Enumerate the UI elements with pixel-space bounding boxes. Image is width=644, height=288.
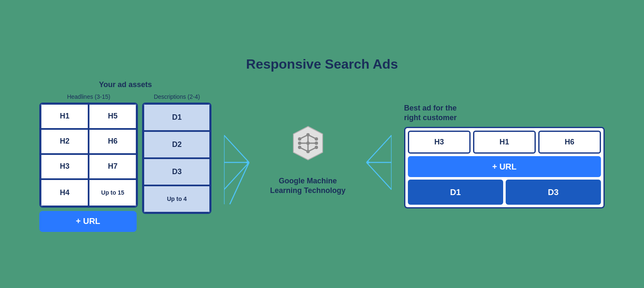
best-headline-h3: H3 bbox=[408, 131, 471, 154]
descriptions-label: Descriptions (2-4) bbox=[142, 93, 211, 100]
desc-upto4: Up to 4 bbox=[143, 185, 210, 213]
left-connector bbox=[224, 121, 257, 204]
headlines-section: Headlines (3-15) H1 H5 H2 H6 H3 H7 bbox=[39, 93, 138, 232]
svg-point-18 bbox=[298, 146, 301, 149]
svg-point-19 bbox=[315, 146, 318, 149]
left-connector-svg bbox=[224, 121, 257, 204]
best-ad-label: Best ad for theright customer bbox=[404, 103, 457, 123]
desc-d3: D3 bbox=[143, 158, 210, 185]
best-ad-content: H3 H1 H6 + URL D1 D3 bbox=[404, 127, 605, 208]
best-headline-h6: H6 bbox=[538, 131, 601, 154]
svg-point-20 bbox=[306, 133, 310, 136]
best-url-bar: + URL bbox=[408, 156, 601, 177]
best-descriptions: D1 D3 bbox=[408, 180, 601, 205]
svg-marker-27 bbox=[367, 161, 371, 164]
content-row: Your ad assets Headlines (3-15) H1 H5 H2… bbox=[30, 80, 615, 232]
desc-d2: D2 bbox=[143, 131, 210, 158]
brain-section: Google Machine Learning Technology bbox=[270, 124, 346, 195]
headline-h4: H4 bbox=[41, 179, 89, 206]
left-url-bar: + URL bbox=[39, 211, 137, 232]
headline-h3: H3 bbox=[41, 154, 89, 179]
svg-point-15 bbox=[315, 137, 318, 141]
best-ad-section: Best ad for theright customer H3 H1 H6 +… bbox=[404, 103, 605, 209]
h-row-4: H4 Up to 15 bbox=[41, 179, 137, 206]
svg-line-23 bbox=[367, 135, 392, 162]
svg-point-21 bbox=[306, 141, 310, 145]
descriptions-section: Descriptions (2-4) D1 D2 D3 Up to 4 bbox=[142, 93, 211, 214]
descriptions-grid: D1 D2 D3 Up to 4 bbox=[142, 103, 211, 214]
best-desc-d3: D3 bbox=[506, 180, 601, 205]
ad-assets-section: Your ad assets Headlines (3-15) H1 H5 H2… bbox=[39, 80, 211, 232]
main-container: Responsive Search Ads Your ad assets Hea… bbox=[30, 57, 615, 232]
headline-h1: H1 bbox=[41, 104, 89, 129]
desc-d1: D1 bbox=[143, 104, 210, 131]
svg-marker-5 bbox=[245, 161, 248, 164]
headline-h2: H2 bbox=[41, 129, 89, 154]
svg-line-3 bbox=[224, 162, 249, 204]
svg-point-22 bbox=[306, 150, 310, 153]
ad-assets-label: Your ad assets bbox=[99, 80, 152, 89]
headlines-grid: H1 H5 H2 H6 H3 H7 H4 Up bbox=[39, 103, 138, 208]
headlines-label: Headlines (3-15) bbox=[39, 93, 138, 100]
headline-h5: H5 bbox=[89, 104, 137, 129]
headline-h6: H6 bbox=[89, 129, 137, 154]
svg-line-2 bbox=[224, 162, 249, 190]
brain-label: Google Machine Learning Technology bbox=[270, 166, 346, 195]
best-headline-h1: H1 bbox=[473, 131, 536, 154]
best-ad-headlines: H3 H1 H6 bbox=[408, 131, 601, 154]
h-row-3: H3 H7 bbox=[41, 154, 137, 179]
svg-point-16 bbox=[298, 141, 301, 145]
svg-line-25 bbox=[367, 162, 392, 190]
headline-h7: H7 bbox=[89, 154, 137, 179]
svg-point-17 bbox=[315, 141, 318, 145]
h-row-1: H1 H5 bbox=[41, 104, 137, 129]
svg-line-0 bbox=[224, 135, 249, 162]
h-row-2: H2 H6 bbox=[41, 129, 137, 154]
right-connector-svg bbox=[358, 121, 392, 204]
headline-upto15: Up to 15 bbox=[89, 179, 137, 206]
svg-point-14 bbox=[298, 137, 301, 141]
page-title: Responsive Search Ads bbox=[246, 57, 398, 72]
right-connector bbox=[358, 121, 392, 204]
best-desc-d1: D1 bbox=[408, 180, 503, 205]
brain-icon bbox=[289, 124, 327, 162]
